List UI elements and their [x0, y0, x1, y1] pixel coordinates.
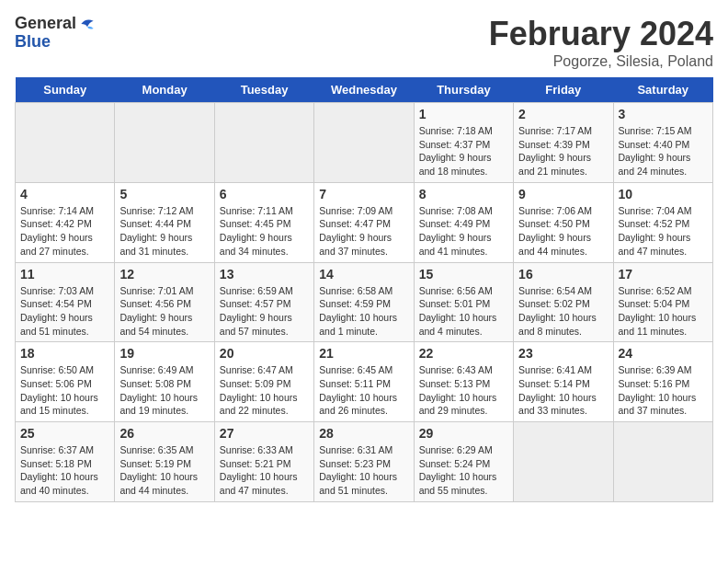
day-cell: 7Sunrise: 7:09 AMSunset: 4:47 PMDaylight… [314, 182, 414, 262]
weekday-header-sunday: Sunday [16, 77, 115, 103]
day-number: 15 [419, 267, 508, 282]
day-info: Sunrise: 7:09 AMSunset: 4:47 PMDaylight:… [319, 204, 408, 259]
day-number: 8 [419, 187, 508, 201]
day-number: 28 [319, 426, 408, 441]
day-info: Sunrise: 6:54 AMSunset: 5:02 PMDaylight:… [518, 284, 608, 339]
day-cell [314, 103, 414, 183]
day-cell: 1Sunrise: 7:18 AMSunset: 4:37 PMDaylight… [414, 103, 513, 183]
day-cell: 11Sunrise: 7:03 AMSunset: 4:54 PMDayligh… [16, 262, 115, 342]
day-cell: 21Sunrise: 6:45 AMSunset: 5:11 PMDayligh… [314, 342, 414, 422]
day-number: 26 [119, 426, 209, 441]
day-number: 20 [220, 346, 309, 361]
day-info: Sunrise: 6:58 AMSunset: 4:59 PMDaylight:… [319, 284, 408, 339]
day-info: Sunrise: 6:35 AMSunset: 5:19 PMDaylight:… [119, 443, 209, 498]
day-cell: 4Sunrise: 7:14 AMSunset: 4:42 PMDaylight… [16, 182, 115, 262]
logo-general: General [15, 15, 76, 33]
day-number: 1 [419, 107, 508, 121]
day-info: Sunrise: 7:03 AMSunset: 4:54 PMDaylight:… [20, 284, 109, 339]
week-row-4: 18Sunrise: 6:50 AMSunset: 5:06 PMDayligh… [16, 342, 713, 422]
day-info: Sunrise: 6:56 AMSunset: 5:01 PMDaylight:… [419, 284, 508, 339]
weekday-header-tuesday: Tuesday [214, 77, 313, 103]
day-info: Sunrise: 7:17 AMSunset: 4:39 PMDaylight:… [518, 124, 608, 178]
day-number: 2 [518, 107, 608, 121]
logo-text: General Blue [15, 15, 97, 52]
day-number: 23 [518, 346, 608, 361]
day-cell: 10Sunrise: 7:04 AMSunset: 4:52 PMDayligh… [613, 182, 712, 262]
day-cell: 17Sunrise: 6:52 AMSunset: 5:04 PMDayligh… [613, 262, 712, 342]
weekday-header-monday: Monday [115, 77, 214, 103]
day-info: Sunrise: 7:01 AMSunset: 4:56 PMDaylight:… [119, 284, 209, 339]
day-number: 18 [20, 346, 109, 361]
day-number: 27 [220, 426, 309, 441]
day-info: Sunrise: 7:04 AMSunset: 4:52 PMDaylight:… [619, 204, 708, 259]
day-info: Sunrise: 7:18 AMSunset: 4:37 PMDaylight:… [419, 124, 508, 178]
day-cell: 27Sunrise: 6:33 AMSunset: 5:21 PMDayligh… [214, 422, 313, 502]
logo-bird-icon [78, 15, 97, 33]
calendar-body: 1Sunrise: 7:18 AMSunset: 4:37 PMDaylight… [16, 103, 713, 502]
day-cell: 9Sunrise: 7:06 AMSunset: 4:50 PMDaylight… [514, 182, 613, 262]
day-info: Sunrise: 6:47 AMSunset: 5:09 PMDaylight:… [220, 363, 309, 418]
day-cell: 6Sunrise: 7:11 AMSunset: 4:45 PMDaylight… [214, 182, 313, 262]
day-cell [214, 103, 313, 183]
day-number: 17 [619, 267, 708, 282]
day-cell: 29Sunrise: 6:29 AMSunset: 5:24 PMDayligh… [414, 422, 513, 502]
day-number: 3 [619, 107, 708, 121]
title-block: February 2024 Pogorze, Silesia, Poland [489, 15, 713, 70]
day-cell [613, 422, 712, 502]
day-number: 24 [619, 346, 708, 361]
day-info: Sunrise: 7:12 AMSunset: 4:44 PMDaylight:… [119, 204, 209, 259]
day-cell: 26Sunrise: 6:35 AMSunset: 5:19 PMDayligh… [115, 422, 214, 502]
day-cell: 16Sunrise: 6:54 AMSunset: 5:02 PMDayligh… [514, 262, 613, 342]
weekday-header-row: SundayMondayTuesdayWednesdayThursdayFrid… [16, 77, 713, 103]
day-number: 5 [119, 187, 209, 201]
weekday-header-thursday: Thursday [414, 77, 513, 103]
day-number: 4 [20, 187, 109, 201]
weekday-header-saturday: Saturday [613, 77, 712, 103]
weekday-header-friday: Friday [514, 77, 613, 103]
day-number: 21 [319, 346, 408, 361]
day-info: Sunrise: 6:33 AMSunset: 5:21 PMDaylight:… [220, 443, 309, 498]
day-info: Sunrise: 6:29 AMSunset: 5:24 PMDaylight:… [419, 443, 508, 498]
day-info: Sunrise: 6:52 AMSunset: 5:04 PMDaylight:… [619, 284, 708, 339]
weekday-header-wednesday: Wednesday [314, 77, 414, 103]
day-cell [16, 103, 115, 183]
day-cell: 24Sunrise: 6:39 AMSunset: 5:16 PMDayligh… [613, 342, 712, 422]
day-info: Sunrise: 7:08 AMSunset: 4:49 PMDaylight:… [419, 204, 508, 259]
day-info: Sunrise: 6:37 AMSunset: 5:18 PMDaylight:… [20, 443, 109, 498]
day-info: Sunrise: 6:41 AMSunset: 5:14 PMDaylight:… [518, 363, 608, 418]
day-cell: 22Sunrise: 6:43 AMSunset: 5:13 PMDayligh… [414, 342, 513, 422]
page-title: February 2024 [489, 15, 713, 53]
week-row-3: 11Sunrise: 7:03 AMSunset: 4:54 PMDayligh… [16, 262, 713, 342]
day-cell: 23Sunrise: 6:41 AMSunset: 5:14 PMDayligh… [514, 342, 613, 422]
day-cell: 14Sunrise: 6:58 AMSunset: 4:59 PMDayligh… [314, 262, 414, 342]
day-cell: 25Sunrise: 6:37 AMSunset: 5:18 PMDayligh… [16, 422, 115, 502]
logo-blue: Blue [15, 33, 97, 52]
day-info: Sunrise: 6:31 AMSunset: 5:23 PMDaylight:… [319, 443, 408, 498]
page-header: General Blue February 2024 Pogorze, Sile… [15, 15, 713, 70]
day-number: 9 [518, 187, 608, 201]
day-number: 16 [518, 267, 608, 282]
day-number: 14 [319, 267, 408, 282]
day-cell: 28Sunrise: 6:31 AMSunset: 5:23 PMDayligh… [314, 422, 414, 502]
day-number: 13 [220, 267, 309, 282]
day-number: 19 [119, 346, 209, 361]
day-cell: 19Sunrise: 6:49 AMSunset: 5:08 PMDayligh… [115, 342, 214, 422]
day-number: 22 [419, 346, 508, 361]
day-cell [514, 422, 613, 502]
week-row-5: 25Sunrise: 6:37 AMSunset: 5:18 PMDayligh… [16, 422, 713, 502]
week-row-1: 1Sunrise: 7:18 AMSunset: 4:37 PMDaylight… [16, 103, 713, 183]
day-number: 6 [220, 187, 309, 201]
day-cell: 13Sunrise: 6:59 AMSunset: 4:57 PMDayligh… [214, 262, 313, 342]
day-cell: 18Sunrise: 6:50 AMSunset: 5:06 PMDayligh… [16, 342, 115, 422]
page-subtitle: Pogorze, Silesia, Poland [489, 53, 713, 70]
day-number: 12 [119, 267, 209, 282]
day-cell: 2Sunrise: 7:17 AMSunset: 4:39 PMDaylight… [514, 103, 613, 183]
day-info: Sunrise: 6:45 AMSunset: 5:11 PMDaylight:… [319, 363, 408, 418]
day-info: Sunrise: 6:43 AMSunset: 5:13 PMDaylight:… [419, 363, 508, 418]
day-cell: 20Sunrise: 6:47 AMSunset: 5:09 PMDayligh… [214, 342, 313, 422]
day-info: Sunrise: 6:50 AMSunset: 5:06 PMDaylight:… [20, 363, 109, 418]
logo: General Blue [15, 15, 97, 52]
day-number: 11 [20, 267, 109, 282]
day-cell: 12Sunrise: 7:01 AMSunset: 4:56 PMDayligh… [115, 262, 214, 342]
day-cell: 3Sunrise: 7:15 AMSunset: 4:40 PMDaylight… [613, 103, 712, 183]
